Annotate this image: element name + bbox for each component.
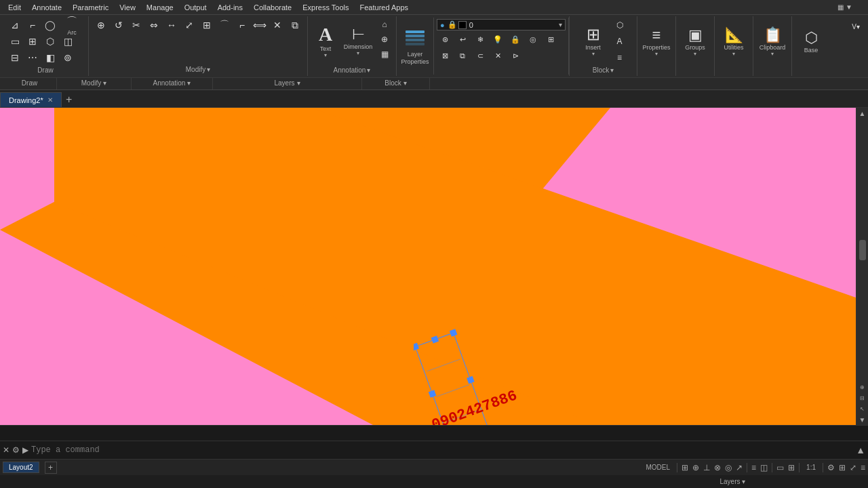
menu-edit[interactable]: Edit: [3, 2, 26, 13]
selection-icon[interactable]: ▭: [776, 463, 784, 472]
insert-btn[interactable]: ⊞ Insert ▾: [578, 18, 608, 65]
nav-icon-2[interactable]: ⊟: [857, 392, 868, 403]
layer-merge[interactable]: ⊂: [472, 48, 488, 63]
modify-dropdown-arrow[interactable]: ▾: [207, 66, 210, 73]
annotation-label-arrow[interactable]: ▾: [187, 79, 191, 88]
layer-name-dropdown[interactable]: ● 🔒 0 ▾: [437, 19, 566, 30]
lineweight-icon[interactable]: ≡: [751, 463, 756, 472]
layer-copy[interactable]: ⧉: [454, 48, 471, 63]
polar-icon[interactable]: ⊗: [714, 463, 721, 472]
create-block-btn[interactable]: ⬡: [611, 18, 629, 33]
hatch-btn[interactable]: ⊞: [24, 34, 41, 49]
canvas[interactable]: 0902427886: [0, 108, 856, 425]
rect-btn[interactable]: ▭: [7, 34, 23, 49]
menu-view[interactable]: View: [114, 2, 141, 13]
properties-expand[interactable]: ▾: [655, 51, 658, 57]
workspace-dropdown[interactable]: ▦ ▼: [825, 0, 865, 15]
command-input[interactable]: [31, 445, 853, 455]
stretch-btn[interactable]: ↔: [163, 18, 180, 33]
gradient-btn[interactable]: ◫: [60, 34, 76, 49]
layer-isolate[interactable]: ◎: [525, 32, 541, 47]
line-btn[interactable]: ⊿: [7, 18, 23, 33]
custom-icon[interactable]: ≡: [861, 463, 865, 472]
polyline-btn[interactable]: ⌐: [24, 18, 41, 33]
block-dropdown-arrow[interactable]: ▾: [610, 66, 614, 74]
erase-btn[interactable]: ✕: [269, 18, 285, 33]
layers-label-arrow[interactable]: ▾: [297, 79, 300, 88]
menu-annotate[interactable]: Annotate: [26, 2, 67, 13]
layers-dropdown-arrow[interactable]: ▾: [742, 478, 745, 485]
snap-icon[interactable]: ⊕: [692, 463, 699, 472]
gizmo-icon[interactable]: ⊞: [788, 463, 795, 472]
copy-btn[interactable]: ⧉: [287, 18, 303, 33]
mirror-btn[interactable]: ⇔: [146, 18, 162, 33]
menu-manage[interactable]: Manage: [141, 2, 179, 13]
groups-big-btn[interactable]: ▣ Groups ▾: [680, 18, 710, 65]
circle-btn[interactable]: ◯: [42, 18, 58, 33]
nav-icon-1[interactable]: ⊕: [857, 382, 868, 392]
layer-delete[interactable]: ✕: [490, 48, 506, 63]
layer-off[interactable]: 💡: [490, 32, 506, 47]
arc-big-btn[interactable]: ⌒ Arc: [60, 18, 84, 33]
layer-match[interactable]: ⊞: [542, 32, 559, 47]
trim-btn[interactable]: ✂: [128, 18, 144, 33]
layer-walk[interactable]: ⊳: [507, 48, 524, 63]
layer-unisolate[interactable]: ⊠: [437, 48, 453, 63]
menu-addins[interactable]: Add-ins: [212, 2, 248, 13]
scale-btn[interactable]: ⤢: [181, 18, 197, 33]
menu-parametric[interactable]: Parametric: [67, 2, 114, 13]
grid-icon[interactable]: ⊞: [682, 463, 688, 472]
menu-output[interactable]: Output: [179, 2, 212, 13]
scroll-handle[interactable]: [859, 240, 866, 260]
layer-freeze[interactable]: ❄: [472, 32, 488, 47]
command-close-btn[interactable]: ✕: [3, 445, 9, 455]
doc-tab-add[interactable]: +: [62, 92, 77, 107]
layer-make-current[interactable]: ⊛: [437, 32, 453, 47]
layer-lock[interactable]: 🔒: [507, 32, 524, 47]
fullscreen-icon[interactable]: ⤢: [850, 463, 856, 472]
add-layout-btn[interactable]: +: [45, 462, 57, 474]
offset-btn[interactable]: ⟺: [252, 18, 268, 33]
text-btn[interactable]: A Text ▾: [312, 18, 339, 65]
layer-properties-btn[interactable]: LayerProperties: [397, 18, 434, 75]
region-btn[interactable]: ⬡: [42, 34, 58, 49]
fillet-btn[interactable]: ⌒: [216, 18, 233, 33]
boundary-btn[interactable]: ⊟: [7, 50, 23, 65]
menu-express[interactable]: Express Tools: [297, 2, 354, 13]
layout2-tab[interactable]: Layout2: [3, 462, 39, 473]
array-btn[interactable]: ⊞: [199, 18, 215, 33]
donut-btn[interactable]: ⊚: [60, 50, 76, 65]
modify-label-arrow[interactable]: ▾: [103, 79, 106, 88]
scroll-down-btn[interactable]: ▼: [857, 414, 868, 425]
doc-tab-close[interactable]: ✕: [47, 96, 53, 104]
command-settings-btn[interactable]: ⚙: [12, 445, 20, 455]
ortho-icon[interactable]: ⊥: [703, 463, 710, 472]
ribbon-collapse-btn[interactable]: V▾: [848, 19, 864, 34]
multileader-btn[interactable]: ⌂: [377, 18, 392, 31]
clipboard-big-btn[interactable]: 📋 Clipboard ▾: [757, 18, 787, 65]
command-scroll-btn[interactable]: ▲: [856, 445, 865, 455]
settings-icon[interactable]: ⚙: [827, 463, 835, 472]
nav-icon-3[interactable]: ↖: [857, 403, 868, 414]
wipeout-btn[interactable]: ◧: [42, 50, 58, 65]
base-big-btn[interactable]: ⬡ Base: [796, 18, 826, 65]
draw-extra[interactable]: ⋯: [24, 50, 41, 65]
dimension-btn[interactable]: ⊢ Dimension ▾: [342, 18, 374, 65]
block-label-arrow[interactable]: ▾: [403, 79, 407, 88]
command-record-btn[interactable]: ▶: [22, 445, 28, 455]
properties-big-btn[interactable]: ≡ Properties ▾: [642, 18, 671, 65]
move-btn[interactable]: ⊕: [93, 18, 109, 33]
utilities-big-btn[interactable]: 📐 Utilities ▾: [719, 18, 749, 65]
osnap-icon[interactable]: ◎: [725, 463, 732, 472]
chamfer-btn[interactable]: ⌐: [234, 18, 250, 33]
annotation-dropdown-arrow[interactable]: ▾: [367, 66, 370, 74]
menu-featured[interactable]: Featured Apps: [355, 2, 414, 13]
layer-previous[interactable]: ↩: [454, 32, 471, 47]
center-mark-btn[interactable]: ⊕: [377, 33, 392, 46]
menu-collaborate[interactable]: Collaborate: [248, 2, 297, 13]
expand-icon[interactable]: ⊞: [839, 463, 846, 472]
block-extra2[interactable]: ≡: [611, 50, 629, 65]
scroll-up-btn[interactable]: ▲: [857, 108, 868, 119]
otrack-icon[interactable]: ↗: [736, 463, 743, 472]
model-label[interactable]: MODEL: [644, 464, 673, 471]
